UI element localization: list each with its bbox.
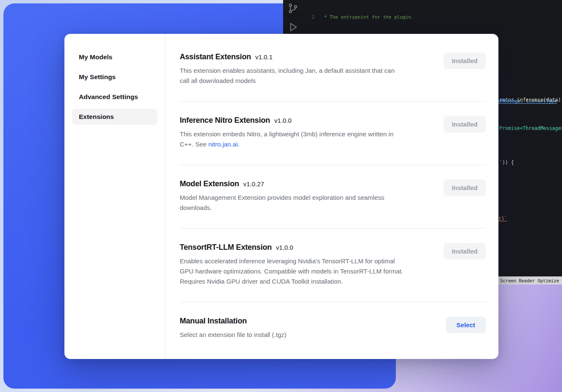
extension-description: Model Management Extension provides mode… (180, 193, 404, 213)
code-token: rator. (499, 97, 517, 103)
screen-reader-status-badge[interactable]: Screen Reader Optimize (497, 276, 562, 284)
nitro-jan-ai-link[interactable]: nitro.jan.ai. (209, 141, 239, 148)
installed-button[interactable]: Installed (444, 116, 486, 133)
extension-description: Enables accelerated inference leveraging… (180, 256, 404, 287)
sidebar-item-advanced-settings[interactable]: Advanced Settings (72, 89, 157, 105)
line-number: 2 (303, 14, 314, 21)
installed-button[interactable]: Installed (444, 243, 486, 259)
sidebar-item-my-settings[interactable]: My Settings (72, 69, 157, 85)
manual-installation-description: Select an extension file to install (.tg… (180, 330, 287, 340)
extension-title: Model Extension (180, 179, 239, 188)
extension-row-inference-nitro: Inference Nitro Extension v1.0.0 This ex… (180, 102, 486, 165)
code-comment: * The entrypoint for the plugin. (321, 14, 414, 20)
extension-row-assistant: Assistant Extension v1.0.1 This extensio… (180, 47, 486, 102)
code-token: )) { (502, 160, 514, 166)
code-fragment: t}` (498, 216, 507, 222)
code-token: (data)); (543, 97, 562, 103)
extensions-panel: Assistant Extension v1.0.1 This extensio… (165, 34, 498, 359)
extension-version: v1.0.27 (243, 180, 264, 188)
installed-button[interactable]: Installed (444, 179, 486, 196)
extension-title: Assistant Extension (180, 52, 251, 61)
extension-version: v1.0.0 (276, 244, 293, 251)
source-control-icon[interactable] (287, 3, 299, 14)
run-debug-icon[interactable] (287, 21, 299, 33)
manual-installation-title: Manual Installation (180, 317, 247, 326)
extension-title: Inference Nitro Extension (180, 116, 270, 125)
extension-version: v1.0.1 (255, 53, 273, 61)
extension-title: TensortRT-LLM Extension (180, 243, 272, 252)
extension-info: Model Extension v1.0.27 Model Management… (180, 179, 404, 213)
settings-modal: My Models My Settings Advanced Settings … (64, 34, 498, 359)
extension-description: This extension embeds Nitro, a lightweig… (180, 129, 404, 149)
sidebar-item-extensions[interactable]: Extensions (72, 109, 157, 125)
code-fragment: rator.inference(data)); (499, 97, 562, 103)
code-token: inference (517, 97, 543, 103)
extension-description: This extension enables assistants, inclu… (180, 66, 404, 86)
code-line: 2 * The entrypoint for the plugin. (303, 14, 562, 21)
extension-row-model: Model Extension v1.0.27 Model Management… (180, 165, 486, 229)
sidebar-item-my-models[interactable]: My Models (72, 49, 157, 65)
code-token: ' (499, 160, 502, 166)
installed-button[interactable]: Installed (444, 52, 486, 69)
extension-info: TensortRT-LLM Extension v1.0.0 Enables a… (180, 243, 404, 287)
extension-row-tensorrt-llm: TensortRT-LLM Extension v1.0.0 Enables a… (180, 229, 486, 302)
extension-info: Assistant Extension v1.0.1 This extensio… (180, 52, 404, 86)
select-file-button[interactable]: Select (446, 317, 486, 333)
extension-version: v1.0.0 (274, 117, 292, 124)
code-fragment: Promise<ThreadMessage> (499, 125, 562, 131)
manual-installation-info: Manual Installation Select an extension … (180, 317, 287, 340)
manual-installation-row: Manual Installation Select an extension … (180, 302, 486, 340)
settings-sidebar: My Models My Settings Advanced Settings … (64, 34, 165, 359)
extension-info: Inference Nitro Extension v1.0.0 This ex… (180, 116, 404, 149)
code-fragment: ')) { (499, 160, 514, 166)
